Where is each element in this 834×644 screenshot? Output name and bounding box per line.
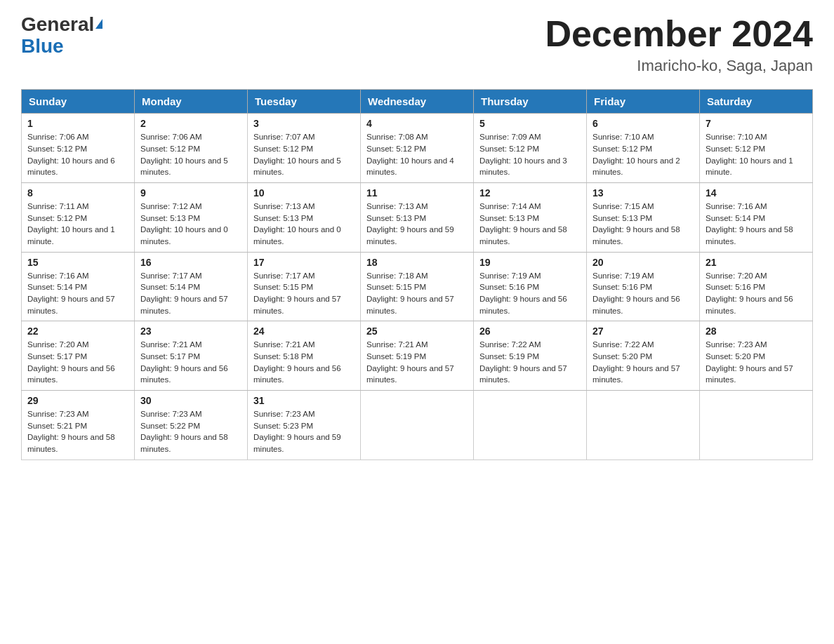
day-cell-15: 15 Sunrise: 7:16 AMSunset: 5:14 PMDaylig…: [22, 252, 135, 321]
day-number: 8: [27, 187, 128, 199]
week-row-3: 15 Sunrise: 7:16 AMSunset: 5:14 PMDaylig…: [22, 252, 813, 321]
day-info: Sunrise: 7:21 AMSunset: 5:19 PMDaylight:…: [366, 340, 454, 384]
day-info: Sunrise: 7:19 AMSunset: 5:16 PMDaylight:…: [593, 271, 680, 315]
day-cell-18: 18 Sunrise: 7:18 AMSunset: 5:15 PMDaylig…: [361, 252, 474, 321]
day-info: Sunrise: 7:08 AMSunset: 5:12 PMDaylight:…: [366, 133, 454, 176]
day-cell-3: 3 Sunrise: 7:07 AMSunset: 5:12 PMDayligh…: [248, 114, 361, 183]
day-number: 13: [593, 187, 694, 199]
day-info: Sunrise: 7:17 AMSunset: 5:15 PMDaylight:…: [253, 271, 341, 315]
day-cell-28: 28 Sunrise: 7:23 AMSunset: 5:20 PMDaylig…: [700, 321, 813, 391]
day-cell-23: 23 Sunrise: 7:21 AMSunset: 5:17 PMDaylig…: [135, 321, 248, 391]
day-cell-2: 2 Sunrise: 7:06 AMSunset: 5:12 PMDayligh…: [135, 114, 248, 183]
day-cell-24: 24 Sunrise: 7:21 AMSunset: 5:18 PMDaylig…: [248, 321, 361, 391]
header-tuesday: Tuesday: [248, 90, 361, 114]
day-info: Sunrise: 7:07 AMSunset: 5:12 PMDaylight:…: [253, 133, 341, 176]
day-number: 4: [366, 118, 468, 129]
day-number: 29: [27, 395, 128, 406]
day-number: 28: [706, 326, 807, 337]
empty-cell-w4-d3: [361, 390, 474, 459]
header-monday: Monday: [135, 90, 248, 114]
day-number: 14: [706, 187, 807, 199]
day-info: Sunrise: 7:23 AMSunset: 5:23 PMDaylight:…: [253, 410, 341, 453]
title-section: December 2024 Imaricho-ko, Saga, Japan: [545, 14, 813, 75]
header-friday: Friday: [587, 90, 700, 114]
day-info: Sunrise: 7:22 AMSunset: 5:19 PMDaylight:…: [479, 340, 567, 384]
day-number: 15: [27, 257, 128, 268]
month-title: December 2024: [545, 14, 813, 54]
day-info: Sunrise: 7:15 AMSunset: 5:13 PMDaylight:…: [593, 202, 680, 246]
day-number: 11: [366, 187, 468, 199]
day-cell-29: 29 Sunrise: 7:23 AMSunset: 5:21 PMDaylig…: [22, 390, 135, 459]
empty-cell-w4-d5: [587, 390, 700, 459]
day-number: 20: [593, 257, 694, 268]
calendar-table: Sunday Monday Tuesday Wednesday Thursday…: [21, 89, 813, 459]
week-row-2: 8 Sunrise: 7:11 AMSunset: 5:12 PMDayligh…: [22, 182, 813, 252]
day-cell-12: 12 Sunrise: 7:14 AMSunset: 5:13 PMDaylig…: [474, 182, 587, 252]
day-cell-4: 4 Sunrise: 7:08 AMSunset: 5:12 PMDayligh…: [361, 114, 474, 183]
header-wednesday: Wednesday: [361, 90, 474, 114]
day-cell-16: 16 Sunrise: 7:17 AMSunset: 5:14 PMDaylig…: [135, 252, 248, 321]
logo-blue: Blue: [21, 35, 64, 57]
weekday-header-row: Sunday Monday Tuesday Wednesday Thursday…: [22, 90, 813, 114]
day-number: 7: [706, 118, 807, 129]
day-info: Sunrise: 7:20 AMSunset: 5:16 PMDaylight:…: [706, 271, 793, 315]
day-number: 6: [593, 118, 694, 129]
day-info: Sunrise: 7:06 AMSunset: 5:12 PMDaylight:…: [140, 133, 228, 176]
day-number: 22: [27, 326, 128, 337]
day-cell-9: 9 Sunrise: 7:12 AMSunset: 5:13 PMDayligh…: [135, 182, 248, 252]
day-number: 23: [140, 326, 241, 337]
week-row-5: 29 Sunrise: 7:23 AMSunset: 5:21 PMDaylig…: [22, 390, 813, 459]
day-info: Sunrise: 7:21 AMSunset: 5:18 PMDaylight:…: [253, 340, 341, 384]
header-sunday: Sunday: [22, 90, 135, 114]
week-row-1: 1 Sunrise: 7:06 AMSunset: 5:12 PMDayligh…: [22, 114, 813, 183]
day-cell-1: 1 Sunrise: 7:06 AMSunset: 5:12 PMDayligh…: [22, 114, 135, 183]
day-info: Sunrise: 7:22 AMSunset: 5:20 PMDaylight:…: [593, 340, 680, 384]
day-info: Sunrise: 7:16 AMSunset: 5:14 PMDaylight:…: [706, 202, 793, 246]
day-info: Sunrise: 7:12 AMSunset: 5:13 PMDaylight:…: [140, 202, 228, 246]
day-number: 17: [253, 257, 355, 268]
day-cell-6: 6 Sunrise: 7:10 AMSunset: 5:12 PMDayligh…: [587, 114, 700, 183]
day-number: 5: [479, 118, 581, 129]
logo-triangle-icon: [95, 19, 102, 29]
day-number: 30: [140, 395, 241, 406]
day-cell-26: 26 Sunrise: 7:22 AMSunset: 5:19 PMDaylig…: [474, 321, 587, 391]
day-info: Sunrise: 7:20 AMSunset: 5:17 PMDaylight:…: [27, 340, 115, 384]
day-cell-14: 14 Sunrise: 7:16 AMSunset: 5:14 PMDaylig…: [700, 182, 813, 252]
day-number: 9: [140, 187, 241, 199]
empty-cell-w4-d4: [474, 390, 587, 459]
day-cell-21: 21 Sunrise: 7:20 AMSunset: 5:16 PMDaylig…: [700, 252, 813, 321]
day-info: Sunrise: 7:10 AMSunset: 5:12 PMDaylight:…: [593, 133, 680, 176]
day-info: Sunrise: 7:19 AMSunset: 5:16 PMDaylight:…: [479, 271, 567, 315]
logo-general: General: [21, 13, 94, 35]
day-cell-30: 30 Sunrise: 7:23 AMSunset: 5:22 PMDaylig…: [135, 390, 248, 459]
day-info: Sunrise: 7:13 AMSunset: 5:13 PMDaylight:…: [366, 202, 454, 246]
day-info: Sunrise: 7:23 AMSunset: 5:22 PMDaylight:…: [140, 410, 228, 453]
day-number: 10: [253, 187, 355, 199]
day-cell-25: 25 Sunrise: 7:21 AMSunset: 5:19 PMDaylig…: [361, 321, 474, 391]
page-header: General Blue December 2024 Imaricho-ko, …: [21, 14, 813, 75]
day-cell-31: 31 Sunrise: 7:23 AMSunset: 5:23 PMDaylig…: [248, 390, 361, 459]
day-number: 16: [140, 257, 241, 268]
day-cell-22: 22 Sunrise: 7:20 AMSunset: 5:17 PMDaylig…: [22, 321, 135, 391]
empty-cell-w4-d6: [700, 390, 813, 459]
day-number: 1: [27, 118, 128, 129]
day-number: 18: [366, 257, 468, 268]
day-info: Sunrise: 7:21 AMSunset: 5:17 PMDaylight:…: [140, 340, 228, 384]
day-cell-11: 11 Sunrise: 7:13 AMSunset: 5:13 PMDaylig…: [361, 182, 474, 252]
day-info: Sunrise: 7:10 AMSunset: 5:12 PMDaylight:…: [706, 133, 793, 176]
location: Imaricho-ko, Saga, Japan: [545, 57, 813, 75]
day-info: Sunrise: 7:23 AMSunset: 5:21 PMDaylight:…: [27, 410, 115, 453]
logo-text: General Blue: [21, 14, 102, 58]
day-info: Sunrise: 7:23 AMSunset: 5:20 PMDaylight:…: [706, 340, 793, 384]
day-number: 27: [593, 326, 694, 337]
day-info: Sunrise: 7:13 AMSunset: 5:13 PMDaylight:…: [253, 202, 341, 246]
day-cell-5: 5 Sunrise: 7:09 AMSunset: 5:12 PMDayligh…: [474, 114, 587, 183]
day-cell-7: 7 Sunrise: 7:10 AMSunset: 5:12 PMDayligh…: [700, 114, 813, 183]
day-number: 3: [253, 118, 355, 129]
day-cell-13: 13 Sunrise: 7:15 AMSunset: 5:13 PMDaylig…: [587, 182, 700, 252]
day-cell-17: 17 Sunrise: 7:17 AMSunset: 5:15 PMDaylig…: [248, 252, 361, 321]
day-cell-20: 20 Sunrise: 7:19 AMSunset: 5:16 PMDaylig…: [587, 252, 700, 321]
day-number: 12: [479, 187, 581, 199]
day-number: 26: [479, 326, 581, 337]
day-cell-27: 27 Sunrise: 7:22 AMSunset: 5:20 PMDaylig…: [587, 321, 700, 391]
